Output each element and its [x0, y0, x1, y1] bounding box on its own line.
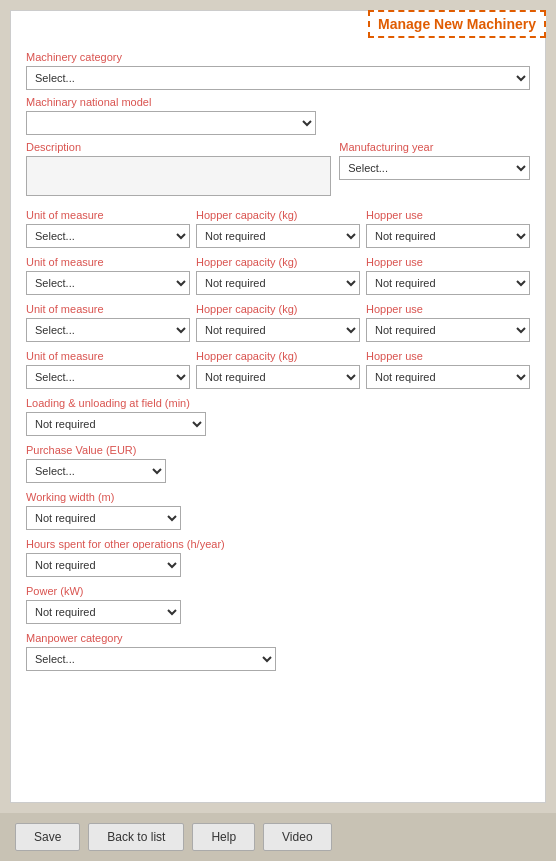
power-select[interactable]: Not required — [26, 600, 181, 624]
national-model-field: Machinary national model — [26, 96, 530, 135]
description-textarea[interactable] — [26, 156, 331, 196]
purchase-value-select[interactable]: Select... — [26, 459, 166, 483]
loading-unloading-label: Loading & unloading at field (min) — [26, 397, 530, 409]
hopper-cap-select-4[interactable]: Not required — [196, 365, 360, 389]
unit-of-measure-1: Unit of measure Select... — [26, 209, 190, 248]
hopper-use-select-4[interactable]: Not required — [366, 365, 530, 389]
description-field: Description — [26, 141, 331, 199]
hours-spent-select[interactable]: Not required — [26, 553, 181, 577]
working-width-select[interactable]: Not required — [26, 506, 181, 530]
working-width-label: Working width (m) — [26, 491, 530, 503]
purchase-value-field: Purchase Value (EUR) Select... — [26, 444, 530, 483]
hopper-row-4: Unit of measure Select... Hopper capacit… — [26, 350, 530, 389]
hopper-use-select-1[interactable]: Not required — [366, 224, 530, 248]
page-title: Manage New Machinery — [368, 10, 546, 38]
hopper-row-1: Unit of measure Select... Hopper capacit… — [26, 209, 530, 248]
hopper-capacity-1: Hopper capacity (kg) Not required — [196, 209, 360, 248]
hopper-use-select-2[interactable]: Not required — [366, 271, 530, 295]
machinery-category-field: Machinery category Select... — [26, 51, 530, 90]
hopper-use-select-3[interactable]: Not required — [366, 318, 530, 342]
help-button[interactable]: Help — [192, 823, 255, 851]
unit-select-1[interactable]: Select... — [26, 224, 190, 248]
back-to-list-button[interactable]: Back to list — [88, 823, 184, 851]
hopper-capacity-2: Hopper capacity (kg) Not required — [196, 256, 360, 295]
unit-of-measure-3: Unit of measure Select... — [26, 303, 190, 342]
power-label: Power (kW) — [26, 585, 530, 597]
page-container: Manage New Machinery Machinery category … — [0, 0, 556, 861]
unit-of-measure-4: Unit of measure Select... — [26, 350, 190, 389]
hopper-capacity-4: Hopper capacity (kg) Not required — [196, 350, 360, 389]
manufacturing-year-field: Manufacturing year Select... — [339, 141, 530, 199]
purchase-value-label: Purchase Value (EUR) — [26, 444, 530, 456]
manufacturing-year-label: Manufacturing year — [339, 141, 530, 153]
hopper-use-label-3: Hopper use — [366, 303, 530, 315]
hopper-capacity-3: Hopper capacity (kg) Not required — [196, 303, 360, 342]
loading-unloading-field: Loading & unloading at field (min) Not r… — [26, 397, 530, 436]
unit-select-2[interactable]: Select... — [26, 271, 190, 295]
main-content: Manage New Machinery Machinery category … — [10, 10, 546, 803]
hopper-cap-select-2[interactable]: Not required — [196, 271, 360, 295]
unit-label-2: Unit of measure — [26, 256, 190, 268]
hopper-rows-container: Unit of measure Select... Hopper capacit… — [26, 209, 530, 389]
power-field: Power (kW) Not required — [26, 585, 530, 624]
hopper-use-4: Hopper use Not required — [366, 350, 530, 389]
save-button[interactable]: Save — [15, 823, 80, 851]
unit-select-4[interactable]: Select... — [26, 365, 190, 389]
manpower-category-field: Manpower category Select... — [26, 632, 530, 671]
hopper-cap-label-3: Hopper capacity (kg) — [196, 303, 360, 315]
unit-label-4: Unit of measure — [26, 350, 190, 362]
manpower-category-label: Manpower category — [26, 632, 530, 644]
hours-spent-field: Hours spent for other operations (h/year… — [26, 538, 530, 577]
hopper-use-label-4: Hopper use — [366, 350, 530, 362]
hopper-cap-label-4: Hopper capacity (kg) — [196, 350, 360, 362]
manpower-category-select[interactable]: Select... — [26, 647, 276, 671]
desc-manuf-row: Description Manufacturing year Select... — [26, 141, 530, 199]
hopper-use-2: Hopper use Not required — [366, 256, 530, 295]
hopper-use-3: Hopper use Not required — [366, 303, 530, 342]
unit-of-measure-2: Unit of measure Select... — [26, 256, 190, 295]
hopper-use-label-1: Hopper use — [366, 209, 530, 221]
hopper-use-label-2: Hopper use — [366, 256, 530, 268]
hopper-cap-select-1[interactable]: Not required — [196, 224, 360, 248]
hours-spent-label: Hours spent for other operations (h/year… — [26, 538, 530, 550]
hopper-use-1: Hopper use Not required — [366, 209, 530, 248]
hopper-cap-label-2: Hopper capacity (kg) — [196, 256, 360, 268]
hopper-row-3: Unit of measure Select... Hopper capacit… — [26, 303, 530, 342]
hopper-cap-label-1: Hopper capacity (kg) — [196, 209, 360, 221]
manufacturing-year-select[interactable]: Select... — [339, 156, 530, 180]
hopper-row-2: Unit of measure Select... Hopper capacit… — [26, 256, 530, 295]
machinery-category-select[interactable]: Select... — [26, 66, 530, 90]
national-model-select[interactable] — [26, 111, 316, 135]
unit-label-1: Unit of measure — [26, 209, 190, 221]
hopper-cap-select-3[interactable]: Not required — [196, 318, 360, 342]
unit-label-3: Unit of measure — [26, 303, 190, 315]
description-label: Description — [26, 141, 331, 153]
bottom-bar: Save Back to list Help Video — [0, 813, 556, 861]
working-width-field: Working width (m) Not required — [26, 491, 530, 530]
machinery-category-label: Machinery category — [26, 51, 530, 63]
loading-unloading-select[interactable]: Not required — [26, 412, 206, 436]
national-model-label: Machinary national model — [26, 96, 530, 108]
unit-select-3[interactable]: Select... — [26, 318, 190, 342]
video-button[interactable]: Video — [263, 823, 331, 851]
